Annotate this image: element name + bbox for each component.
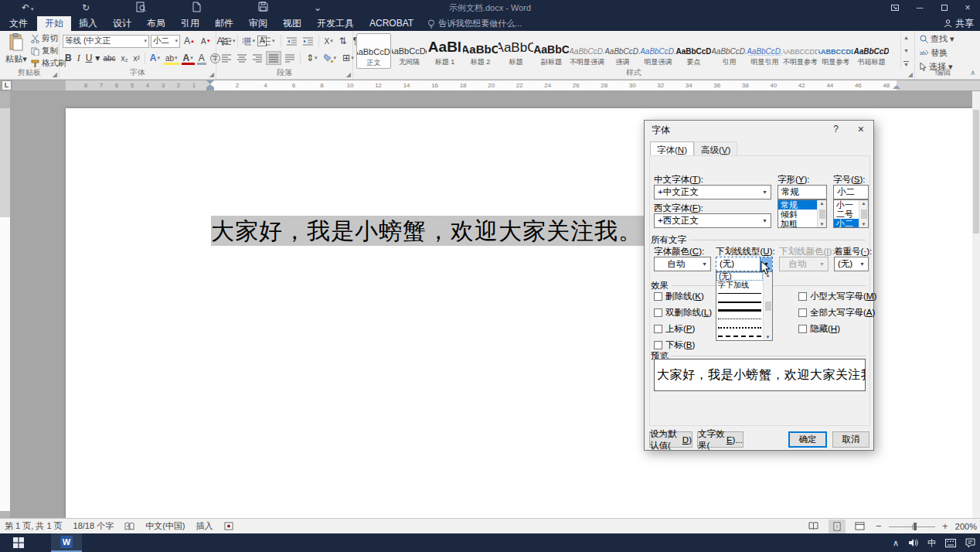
checkbox-icon[interactable] [654,341,662,349]
set-as-default-button[interactable]: 设为默认值(D) [649,431,692,448]
bold-button[interactable]: B [63,51,74,65]
style-card[interactable]: AaBl 标题 1 [427,33,462,69]
dropdown-scrollbar[interactable]: ▲▼ [763,272,772,340]
undo-button[interactable]: ↶▾ [22,2,34,14]
horizontal-ruler[interactable]: 87654321 2468101214161820222426283032343… [12,80,980,90]
combo-arrow-icon[interactable]: ▾ [698,257,710,271]
share-button[interactable]: 共享 [944,16,974,31]
effect-checkbox[interactable]: 下标(B) [654,339,712,351]
word-count[interactable]: 18/18 个字 [73,520,114,532]
tell-me-box[interactable]: 告诉我您想要做什么... [421,16,528,31]
checkbox-icon[interactable] [798,292,807,301]
en-font-combo[interactable]: +西文正文 ▾ [654,213,771,228]
combo-arrow-icon[interactable]: ▾ [758,186,771,199]
underline-option[interactable] [716,315,763,323]
language-indicator[interactable]: 中文(中国) [145,520,185,532]
dialog-close-button[interactable]: × [858,123,864,135]
font-size-list[interactable]: 小一二号小二 ▲▼ [833,199,869,228]
font-color-button[interactable]: A▾ [181,51,196,65]
style-card[interactable]: AaBbCcDd 正文 [356,33,391,69]
font-style-scrollbar[interactable]: ▲▼ [817,200,826,227]
zoom-out-button[interactable]: − [875,520,883,532]
style-card[interactable]: AABBCCDD 不明显参考 [783,33,818,69]
bullets-button[interactable]: ▾ [219,34,238,48]
style-card[interactable]: AaBbCcD. 强调 [605,33,640,69]
font-size-option[interactable]: 小二 [834,219,859,228]
style-card[interactable]: AaBbCcDd 无间隔 [392,33,427,69]
underline-option[interactable] [716,332,763,340]
text-effects-button[interactable]: A▾ [148,51,162,65]
increase-indent-button[interactable] [301,34,315,48]
font-size-option[interactable]: 小一 [834,200,859,210]
checkbox-icon[interactable] [798,325,807,333]
underline-option[interactable]: 字下加线 [716,281,763,289]
asian-layout-button[interactable]: X▾ [322,34,335,48]
underline-option[interactable] [716,306,763,315]
styles-more-icon[interactable]: ▼ [903,61,909,67]
style-card[interactable]: AaBbC 标题 2 [463,33,498,69]
underline-option[interactable]: (无) [716,272,763,281]
paste-button[interactable]: 粘贴▾ [3,33,29,70]
ribbon-tab[interactable]: 插入 [71,16,105,31]
highlight-button[interactable]: ab▾ [163,51,180,65]
zoom-slider-handle[interactable] [914,523,917,530]
ribbon-tab[interactable]: 开发工具 [309,16,362,31]
find-button[interactable]: 查找▾ [920,33,954,45]
maximize-button[interactable] [934,0,955,16]
underline-color-combo[interactable]: 自动 ▾ [779,257,829,271]
text-effects-dialog-button[interactable]: 文字效果(E)... [697,431,744,448]
underline-option[interactable] [716,298,763,306]
checkbox-icon[interactable] [654,325,662,333]
ribbon-tab[interactable]: 邮件 [207,16,241,31]
cancel-button[interactable]: 取消 [832,431,869,448]
ribbon-tab[interactable]: 引用 [173,16,207,31]
combo-arrow-icon[interactable]: ▾ [856,257,868,271]
collapse-ribbon-icon[interactable]: ∧ [970,69,975,77]
replace-button[interactable]: ab 替换 [920,47,954,59]
style-card[interactable]: AaBbC 标题 [499,33,533,69]
grow-font-button[interactable]: A▲ [182,34,197,48]
italic-button[interactable]: I [75,51,83,65]
tab-stop-selector[interactable]: L [2,80,12,90]
minimize-button[interactable]: ─ [909,0,931,16]
style-card[interactable]: AaBbCcD. 不明显强调 [570,33,604,69]
paragraph-dialog-launcher[interactable]: ◢ [346,71,351,78]
dialog-title-bar[interactable]: 字体 ? × [645,121,873,138]
tab-file[interactable]: 文件 [0,16,37,31]
font-size-combo[interactable]: 小二▾ [151,35,180,48]
underline-option[interactable] [716,323,763,332]
customize-qat-button[interactable]: ⌄ [314,2,322,14]
web-layout-button[interactable] [852,520,869,533]
checkbox-icon[interactable] [654,308,662,317]
numbering-button[interactable]: 12▾ [240,34,258,48]
ribbon-tab[interactable]: 布局 [139,16,173,31]
character-shading-button[interactable]: A [196,51,207,65]
emphasis-mark-combo[interactable]: (无) ▾ [834,257,869,271]
font-color-combo[interactable]: 自动 ▾ [654,257,711,271]
font-dialog-launcher[interactable]: ◢ [209,71,214,78]
shrink-font-button[interactable]: A▼ [199,34,213,48]
read-mode-button[interactable] [805,520,822,533]
redo-button[interactable]: ↻ [82,2,90,14]
underline-button[interactable]: U [83,51,95,65]
left-indent-marker[interactable] [206,85,214,90]
print-layout-button[interactable] [829,520,846,533]
style-card[interactable]: AaBbCcD. 明显强调 [641,33,675,69]
align-left-button[interactable] [219,51,233,65]
selected-document-text[interactable]: 大家好，我是小螃蟹，欢迎大家关注我。 [211,216,645,246]
multilevel-list-button[interactable]: ▾ [259,34,277,48]
ok-button[interactable]: 确定 [788,431,827,448]
style-card[interactable]: AaBbCcD. 明显引用 [747,33,782,69]
combo-arrow-icon[interactable]: ▾ [758,214,771,227]
print-preview-button[interactable] [136,2,146,14]
checkbox-icon[interactable] [654,292,662,301]
page-indicator[interactable]: 第 1 页, 共 1 页 [5,520,63,532]
zoom-level[interactable]: 200% [955,522,977,531]
styles-scroll-down-icon[interactable]: ▼ [903,48,909,53]
align-right-button[interactable] [250,51,264,65]
scrollbar-thumb[interactable] [973,110,979,233]
volume-icon[interactable] [908,538,918,547]
ime-indicator[interactable]: 中 [927,537,936,549]
start-button[interactable] [0,533,37,552]
align-center-button[interactable] [235,51,249,65]
